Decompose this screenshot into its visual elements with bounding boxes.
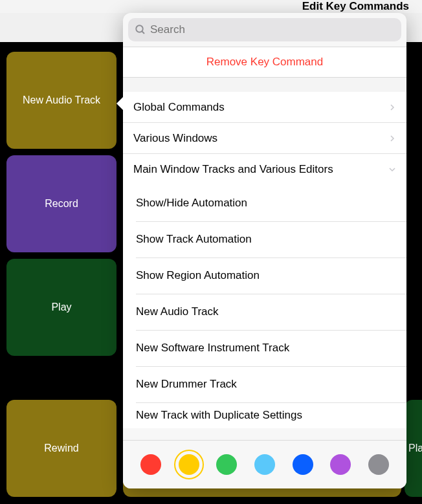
- category-label: Main Window Tracks and Various Editors: [133, 163, 333, 176]
- categories-section: Global Commands Various Windows Main Win…: [123, 92, 406, 185]
- color-swatch-red[interactable]: [136, 450, 166, 479]
- page-title: Edit Key Commands: [289, 0, 422, 13]
- sub-command-new-audio-track[interactable]: New Audio Track: [123, 294, 406, 330]
- svg-point-0: [136, 25, 143, 32]
- key-button-label: Rewind: [44, 443, 78, 454]
- popover-scroll-area[interactable]: Remove Key Command Global Commands Vario…: [123, 47, 406, 488]
- sub-command-label: New Track with Duplicate Settings: [136, 409, 302, 422]
- popover-arrow: [117, 96, 124, 111]
- color-swatch-inner: [216, 454, 237, 475]
- command-popover: Remove Key Command Global Commands Vario…: [123, 13, 406, 488]
- search-input[interactable]: [150, 23, 395, 36]
- color-picker: [123, 440, 406, 488]
- key-button-label: Play: [408, 443, 422, 454]
- sub-command-show-region-automation[interactable]: Show Region Automation: [123, 257, 406, 294]
- sub-command-show-hide-automation[interactable]: Show/Hide Automation: [123, 185, 406, 221]
- sub-command-new-software-instrument-track[interactable]: New Software Instrument Track: [123, 330, 406, 366]
- color-swatch-grey[interactable]: [364, 450, 394, 479]
- color-swatch-inner: [254, 454, 275, 475]
- color-swatch-lightblue[interactable]: [250, 450, 280, 479]
- category-various-windows[interactable]: Various Windows: [123, 123, 406, 154]
- key-button-new-audio-track[interactable]: New Audio Track: [6, 52, 117, 149]
- sub-commands-list: Show/Hide Automation Show Track Automati…: [123, 185, 406, 428]
- search-wrapper: [123, 13, 406, 47]
- color-swatch-inner: [179, 454, 199, 475]
- key-button-rewind[interactable]: Rewind: [6, 400, 117, 497]
- category-main-window-tracks[interactable]: Main Window Tracks and Various Editors: [123, 154, 406, 185]
- chevron-right-icon: [388, 135, 396, 142]
- search-icon: [135, 24, 146, 36]
- category-label: Global Commands: [133, 101, 225, 114]
- color-swatch-blue[interactable]: [288, 450, 318, 479]
- sub-command-label: Show/Hide Automation: [136, 197, 247, 210]
- header-bar: Edit Key Commands: [0, 0, 422, 13]
- color-swatch-purple[interactable]: [326, 450, 355, 479]
- sub-command-label: Show Region Automation: [136, 269, 260, 282]
- sub-command-show-track-automation[interactable]: Show Track Automation: [123, 221, 406, 257]
- color-swatch-inner: [293, 454, 313, 475]
- chevron-down-icon: [388, 166, 396, 173]
- key-button-label: Record: [45, 198, 78, 210]
- remove-key-command-label: Remove Key Command: [206, 56, 323, 69]
- remove-section: Remove Key Command: [123, 47, 406, 78]
- key-button-label: Play: [51, 301, 71, 313]
- key-button-play[interactable]: Play: [6, 259, 117, 356]
- sub-command-label: New Software Instrument Track: [136, 342, 289, 355]
- key-button-record[interactable]: Record: [6, 155, 117, 252]
- sub-command-label: New Drummer Track: [136, 378, 237, 391]
- sub-command-label: Show Track Automation: [136, 233, 252, 246]
- chevron-right-icon: [388, 104, 396, 111]
- svg-line-1: [142, 31, 144, 34]
- color-swatch-inner: [368, 454, 389, 475]
- sub-command-new-track-duplicate-settings[interactable]: New Track with Duplicate Settings: [123, 402, 406, 428]
- section-spacer: [123, 78, 406, 92]
- remove-key-command-button[interactable]: Remove Key Command: [123, 47, 406, 78]
- category-label: Various Windows: [133, 132, 217, 145]
- key-button-play-peek[interactable]: Play: [405, 400, 422, 497]
- color-swatch-inner: [140, 454, 161, 475]
- color-swatch-yellow[interactable]: [174, 450, 204, 479]
- search-field[interactable]: [128, 18, 401, 41]
- sub-command-label: New Audio Track: [136, 305, 219, 318]
- sub-command-new-drummer-track[interactable]: New Drummer Track: [123, 366, 406, 402]
- color-swatch-inner: [330, 454, 351, 475]
- color-swatch-green[interactable]: [212, 450, 241, 479]
- key-button-label: New Audio Track: [23, 94, 100, 106]
- category-global-commands[interactable]: Global Commands: [123, 92, 406, 123]
